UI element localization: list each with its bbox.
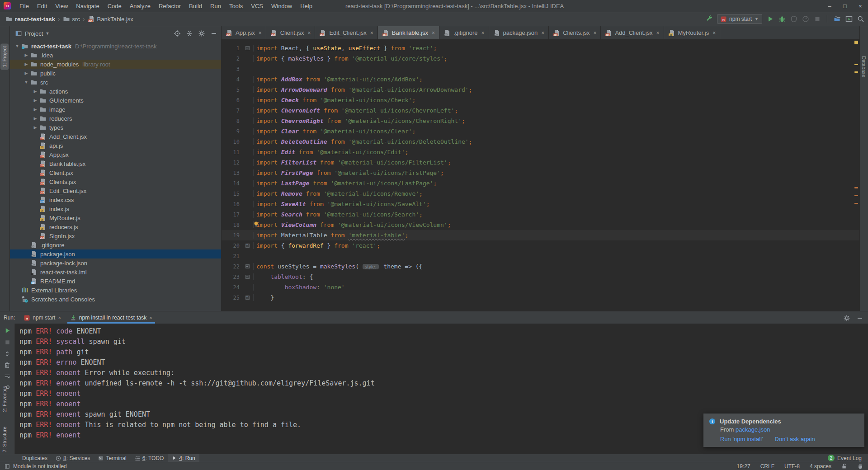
project-panel-title[interactable]: Project [25, 30, 43, 37]
toolwindow-button-project[interactable]: 1: Project [0, 43, 9, 70]
gear-icon[interactable] [198, 30, 205, 38]
close-icon[interactable]: × [370, 30, 373, 36]
notification-package-link[interactable]: package.json [736, 426, 770, 433]
menu-edit[interactable]: Edit [33, 0, 51, 12]
run-tab-npm-start[interactable]: n npm start × [19, 315, 65, 324]
toolwindow-button-database[interactable]: Database [860, 53, 868, 80]
stop-icon[interactable] [813, 15, 821, 23]
menu-build[interactable]: Build [185, 0, 206, 12]
run-configuration-combo[interactable]: n npm start ▼ [717, 14, 762, 24]
file-encoding[interactable]: UTF-8 [784, 463, 800, 470]
editor-tab-add-client-jsx[interactable]: JSX Add_Client.jsx × [601, 26, 664, 39]
menu-window[interactable]: Window [267, 0, 296, 12]
tree-item-public[interactable]: ▶ public [10, 69, 221, 78]
editor-tab--gitignore[interactable]: .gitignore × [439, 26, 489, 39]
tree-item-app-jsx[interactable]: JSX App.jsx [10, 150, 221, 159]
tree-expand-arrow[interactable]: ▶ [23, 71, 30, 75]
run-npm-install-link[interactable]: Run 'npm install' [720, 436, 763, 442]
menu-code[interactable]: Code [104, 0, 126, 12]
close-icon[interactable]: × [58, 315, 61, 320]
minimize-button[interactable]: – [822, 0, 837, 12]
toolwindows-icon[interactable] [833, 15, 841, 23]
target-icon[interactable] [173, 30, 181, 38]
gear-icon[interactable] [843, 314, 850, 322]
caret-position[interactable]: 19:27 [737, 463, 750, 470]
tree-item-node-modules[interactable]: ▶ node_modules library root [10, 60, 221, 69]
collapse-icon[interactable] [185, 30, 193, 38]
tree-expand-arrow[interactable]: ▶ [32, 89, 39, 94]
tree-item-types[interactable]: ▶ types [10, 123, 221, 132]
tree-expand-arrow[interactable]: ▶ [23, 62, 30, 66]
tree-item-src[interactable]: ▼ src [10, 78, 221, 87]
close-icon[interactable]: × [149, 315, 152, 320]
breadcrumb-item[interactable]: JSX BankTable.jsx [88, 15, 133, 23]
toolwindow-button-terminal[interactable]: Terminal [94, 454, 130, 462]
close-icon[interactable]: × [541, 30, 544, 36]
close-icon[interactable]: × [712, 30, 716, 36]
status-message[interactable]: Module is not installed [13, 463, 67, 470]
tree-expand-arrow[interactable]: ▶ [32, 98, 39, 103]
breadcrumb-item[interactable]: react-test-task [5, 15, 55, 23]
event-log-button[interactable]: Event Log [837, 455, 862, 461]
tree-item--gitignore[interactable]: .gitignore [10, 240, 221, 249]
tree-item-index-js[interactable]: JS index.js [10, 204, 221, 213]
tree-collapse-arrow[interactable]: ▼ [14, 44, 21, 48]
play-icon[interactable] [766, 15, 774, 23]
tree-item-client-jsx[interactable]: JSX Client.jsx [10, 168, 221, 177]
editor-tab-client-jsx[interactable]: JSX Client.jsx × [266, 26, 316, 39]
run-tab-npm-install-in-react-test-task[interactable]: npm install in react-test-task × [66, 315, 157, 324]
menu-refactor[interactable]: Refactor [155, 0, 185, 12]
tree-expand-arrow[interactable]: ▶ [32, 125, 39, 130]
intention-bulb-icon[interactable] [253, 221, 259, 227]
bug-icon[interactable] [778, 15, 786, 23]
menu-vcs[interactable]: VCS [247, 0, 267, 12]
search-icon[interactable] [857, 15, 864, 23]
tree-item-image[interactable]: ▶ image [10, 105, 221, 114]
tree-item-readme-md[interactable]: MD README.md [10, 277, 221, 286]
toolwindow-button--run[interactable]: 4: Run [168, 454, 199, 462]
wrench-icon[interactable] [705, 15, 713, 23]
tree-item-react-test-task-iml[interactable]: react-test-task.iml [10, 268, 221, 277]
menu-help[interactable]: Help [296, 0, 316, 12]
breadcrumb-item[interactable]: src [63, 15, 80, 23]
toolwindow-button-favorites[interactable]: 2: Favorites [0, 383, 9, 414]
editor-tab-banktable-jsx[interactable]: JSX BankTable.jsx × [378, 26, 439, 39]
tree-item-banktable-jsx[interactable]: JSX BankTable.jsx [10, 159, 221, 168]
tree-expand-arrow[interactable]: ▶ [32, 116, 39, 121]
menu-file[interactable]: File [15, 0, 33, 12]
editor-tab-app-jsx[interactable]: JSX App.jsx × [222, 26, 266, 39]
tree-item-signin-jsx[interactable]: JSX SignIn.jsx [10, 231, 221, 240]
tree-item-clients-jsx[interactable]: JSX Clients.jsx [10, 177, 221, 186]
toolwindow-button-duplicates[interactable]: Duplicates [18, 454, 52, 462]
menu-tools[interactable]: Tools [225, 0, 247, 12]
toolwindow-button--services[interactable]: 8: Services [52, 454, 94, 462]
tree-item-index-css[interactable]: CSS index.css [10, 195, 221, 204]
editor-tab-myrouter-js[interactable]: JS MyRouter.js × [664, 26, 721, 39]
line-separator[interactable]: CRLF [760, 463, 774, 470]
trash-icon[interactable] [4, 362, 10, 368]
tree-item-reducers[interactable]: ▶ reducers [10, 114, 221, 123]
toolwindow-button-structure[interactable]: 7: Structure [0, 424, 9, 455]
close-icon[interactable]: × [259, 30, 262, 36]
close-button[interactable]: × [853, 0, 868, 12]
play-icon[interactable] [4, 327, 11, 334]
close-icon[interactable]: × [593, 30, 596, 36]
menu-view[interactable]: View [51, 0, 72, 12]
fold-marker[interactable]: ^ [245, 296, 250, 300]
stop-icon[interactable] [4, 339, 11, 346]
tree-expand-arrow[interactable]: ▶ [23, 53, 30, 57]
tree-item--idea[interactable]: ▶ .idea [10, 51, 221, 60]
code-editor[interactable]: 1 − import React, { useState, useEffect … [222, 40, 859, 311]
close-icon[interactable]: × [481, 30, 485, 36]
chevron-down-icon[interactable]: ▼ [45, 31, 49, 36]
hector-icon[interactable] [857, 463, 863, 470]
fold-marker[interactable]: − [245, 275, 250, 279]
tree-item-edit-client-jsx[interactable]: JSX Edit_Client.jsx [10, 186, 221, 195]
close-icon[interactable]: × [307, 30, 311, 36]
softwrap-icon[interactable] [4, 373, 10, 380]
tree-item-reducers-js[interactable]: JS reducers.js [10, 222, 221, 231]
coverage-icon[interactable] [790, 15, 797, 23]
tree-collapse-arrow[interactable]: ▼ [23, 80, 30, 85]
toolwindow-button--todo[interactable]: 6: TODO [131, 454, 168, 462]
tree-item-react-test-task[interactable]: ▼ react-test-task D:\Programming\react-t… [10, 42, 221, 51]
